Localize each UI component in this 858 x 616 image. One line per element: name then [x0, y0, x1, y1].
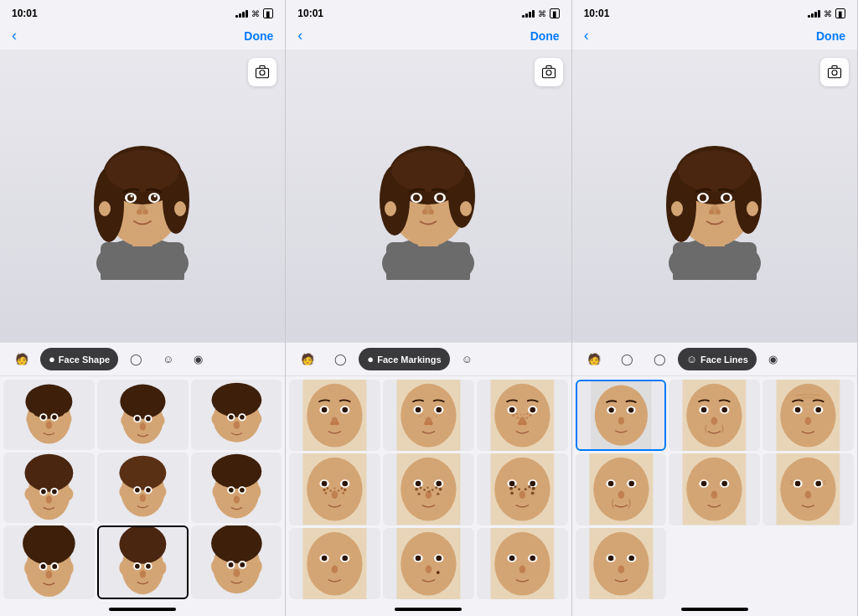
- svg-point-144: [433, 414, 435, 416]
- grid-cell-3-3[interactable]: [191, 525, 282, 599]
- status-icons-1: ⌘ ▮: [235, 8, 273, 18]
- back-button-3[interactable]: ‹: [584, 27, 589, 44]
- marking-cell-2-1[interactable]: [289, 453, 380, 525]
- svg-point-201: [509, 481, 515, 487]
- svg-point-100: [228, 562, 233, 567]
- done-button-2[interactable]: Done: [530, 29, 560, 43]
- tab-p2-head[interactable]: 🧑: [292, 348, 323, 370]
- svg-point-121: [385, 201, 396, 216]
- svg-point-34: [157, 415, 164, 426]
- grid-cell-2-2[interactable]: [97, 453, 189, 523]
- svg-point-188: [419, 486, 421, 489]
- svg-point-185: [436, 481, 442, 487]
- home-indicator-2: [286, 603, 571, 616]
- svg-point-32: [120, 385, 165, 419]
- svg-point-198: [494, 458, 550, 521]
- face-markings-grid: [286, 376, 571, 603]
- camera-button-2[interactable]: [535, 58, 563, 86]
- svg-point-155: [523, 422, 527, 426]
- status-icons-2: ⌘ ▮: [522, 8, 560, 18]
- svg-point-18: [137, 210, 142, 215]
- svg-point-79: [64, 561, 74, 576]
- status-time-2: 10:01: [297, 8, 323, 19]
- tab-p2-smiley[interactable]: ☺: [453, 348, 481, 370]
- battery-icon-2: ▮: [550, 8, 560, 18]
- svg-point-286: [701, 481, 707, 487]
- svg-point-281: [618, 491, 624, 499]
- back-button-2[interactable]: ‹: [297, 27, 302, 44]
- avatar-area-2: [286, 49, 571, 342]
- tab-face-shape[interactable]: ● Face Shape: [40, 348, 118, 370]
- lines-cell-2-2[interactable]: [576, 453, 667, 525]
- lines-cell-2-3[interactable]: [669, 453, 760, 525]
- svg-point-146: [432, 417, 433, 419]
- marking-cell-2-2[interactable]: [383, 453, 474, 525]
- svg-point-163: [523, 414, 525, 416]
- svg-point-287: [722, 481, 728, 487]
- lines-cell-1-1[interactable]: [576, 380, 667, 451]
- grid-cell-3-1[interactable]: [3, 525, 95, 599]
- tab-p2-circle[interactable]: ◯: [326, 348, 355, 370]
- svg-point-251: [716, 210, 721, 215]
- back-button-1[interactable]: ‹: [12, 27, 17, 44]
- tab-head-2-1[interactable]: ◯: [121, 348, 151, 370]
- grid-cell-3-2[interactable]: [97, 525, 189, 599]
- marking-cell-1-3[interactable]: [477, 380, 568, 451]
- nav-bar-3: ‹ Done: [572, 23, 857, 49]
- svg-point-84: [45, 571, 52, 579]
- svg-point-55: [41, 489, 46, 494]
- marking-cell-3-2[interactable]: [383, 528, 474, 599]
- lines-cell-3-2[interactable]: [576, 528, 667, 599]
- signal-icon-1: [235, 9, 248, 18]
- done-button-1[interactable]: Done: [244, 29, 273, 43]
- done-button-3[interactable]: Done: [816, 29, 845, 43]
- home-bar-2: [395, 608, 462, 611]
- svg-point-170: [332, 491, 339, 499]
- svg-point-141: [420, 415, 421, 417]
- svg-point-91: [135, 564, 140, 569]
- svg-point-130: [330, 422, 334, 426]
- tab-p3-eye[interactable]: ◉: [760, 348, 786, 370]
- marking-cell-2-3[interactable]: [477, 453, 568, 525]
- tab-face-lines[interactable]: ☺ Face Lines: [678, 348, 757, 370]
- tab-face-markings[interactable]: ● Face Markings: [359, 348, 449, 370]
- tab-p3-circle1[interactable]: ◯: [612, 348, 642, 370]
- svg-point-152: [530, 407, 535, 413]
- svg-point-300: [607, 555, 613, 561]
- svg-point-255: [594, 386, 647, 446]
- marking-cell-1-2[interactable]: [383, 380, 474, 451]
- tab-p3-circle2[interactable]: ◯: [645, 348, 675, 370]
- marking-cell-3-3[interactable]: [477, 528, 568, 599]
- grid-cell-1-1[interactable]: [3, 380, 95, 450]
- tab-face-shape-label: Face Shape: [59, 355, 110, 365]
- svg-point-158: [529, 414, 531, 417]
- marking-cell-1-1[interactable]: [289, 380, 380, 451]
- lines-cell-1-2[interactable]: [669, 380, 760, 451]
- svg-point-52: [64, 488, 73, 500]
- grid-cell-1-2[interactable]: [97, 380, 189, 450]
- lines-cell-1-3[interactable]: [762, 380, 854, 451]
- svg-point-169: [343, 481, 349, 487]
- svg-point-29: [52, 415, 57, 420]
- svg-point-83: [52, 564, 57, 569]
- svg-point-133: [401, 384, 456, 448]
- svg-point-47: [240, 415, 245, 420]
- lines-cell-3-1[interactable]: [762, 453, 854, 525]
- svg-point-117: [437, 194, 443, 201]
- tab-eye-1[interactable]: ◉: [185, 348, 211, 370]
- svg-rect-4: [101, 242, 184, 280]
- camera-button-1[interactable]: [248, 58, 277, 86]
- svg-point-191: [435, 486, 437, 489]
- tab-head-icon-1[interactable]: 🧑: [7, 348, 37, 370]
- marking-cell-3-1[interactable]: [289, 528, 380, 599]
- svg-point-301: [628, 555, 634, 561]
- tab-face-3-1[interactable]: ☺: [154, 348, 182, 370]
- tab-p3-hand[interactable]: 🧑: [579, 348, 609, 370]
- grid-cell-2-1[interactable]: [3, 453, 95, 523]
- svg-point-297: [593, 531, 649, 595]
- face-lines-grid: [572, 376, 857, 603]
- grid-cell-1-3[interactable]: [191, 380, 282, 450]
- grid-cell-2-3[interactable]: [191, 453, 282, 523]
- camera-button-3[interactable]: [820, 58, 849, 86]
- svg-point-226: [437, 571, 440, 574]
